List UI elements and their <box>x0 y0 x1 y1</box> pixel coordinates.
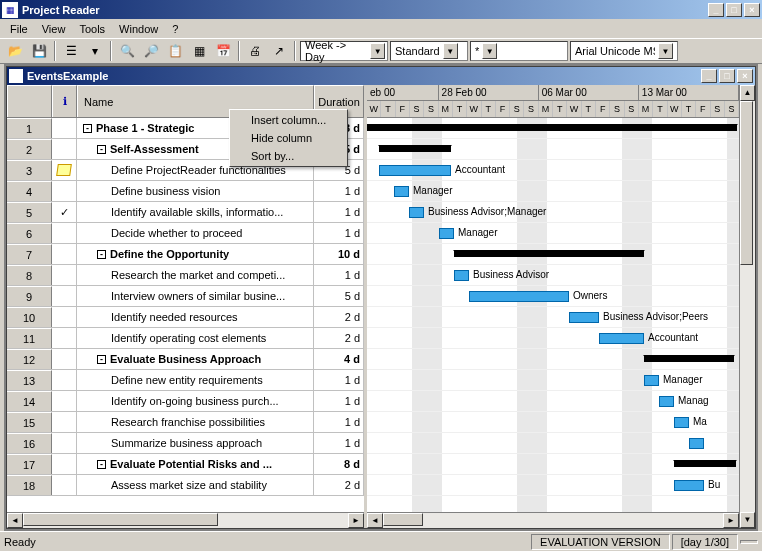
task-bar[interactable] <box>409 207 424 218</box>
row-indicator <box>52 265 77 285</box>
task-name: Define new entity requirements <box>77 370 314 390</box>
copy-icon[interactable]: 📋 <box>164 40 186 62</box>
table-row[interactable]: 14Identify on-going business purch...1 d <box>7 391 364 412</box>
task-bar[interactable] <box>394 186 409 197</box>
summary-bar[interactable] <box>367 124 737 131</box>
week-header: 06 Mar 00 <box>539 85 639 100</box>
table-row[interactable]: 6Decide whether to proceed1 d <box>7 223 364 244</box>
table-row[interactable]: 12-Evaluate Business Approach4 d <box>7 349 364 370</box>
collapse-icon[interactable]: - <box>97 145 106 154</box>
table-hscroll[interactable]: ◄► <box>7 512 364 528</box>
task-duration: 2 d <box>314 307 364 327</box>
view-combo[interactable]: Standard▼ <box>390 41 468 61</box>
minimize-button[interactable]: _ <box>708 3 724 17</box>
day-header: W <box>367 101 381 117</box>
row-number: 7 <box>7 244 52 264</box>
row-number: 8 <box>7 265 52 285</box>
ctx-hide-column[interactable]: Hide column <box>231 129 346 147</box>
col-rownum[interactable] <box>7 85 52 117</box>
task-bar[interactable] <box>569 312 599 323</box>
row-number: 9 <box>7 286 52 306</box>
open-icon[interactable]: 📂 <box>4 40 26 62</box>
bar-label: Manag <box>678 395 709 406</box>
summary-bar[interactable] <box>379 145 451 152</box>
maximize-button[interactable]: □ <box>726 3 742 17</box>
table-row[interactable]: 15Research franchise possibilities1 d <box>7 412 364 433</box>
task-bar[interactable] <box>689 438 704 449</box>
row-number: 15 <box>7 412 52 432</box>
save-icon[interactable]: 💾 <box>28 40 50 62</box>
collapse-icon[interactable]: - <box>97 355 106 364</box>
day-header: S <box>725 101 739 117</box>
task-bar[interactable] <box>674 417 689 428</box>
menu-help[interactable]: ? <box>166 21 184 37</box>
task-duration: 1 d <box>314 181 364 201</box>
filter-combo[interactable]: *▼ <box>470 41 568 61</box>
zoom-in-icon[interactable]: 🔎 <box>140 40 162 62</box>
font-combo[interactable]: Arial Unicode MS▼ <box>570 41 678 61</box>
table-row[interactable]: 18Assess market size and stability2 d <box>7 475 364 496</box>
day-header: T <box>453 101 467 117</box>
menu-window[interactable]: Window <box>113 21 164 37</box>
collapse-icon[interactable]: - <box>97 460 106 469</box>
gantt-vscroll[interactable]: ▲▼ <box>739 85 755 528</box>
ctx-insert-column[interactable]: Insert column... <box>231 111 346 129</box>
day-header: S <box>625 101 639 117</box>
table-row[interactable]: 13Define new entity requirements1 d <box>7 370 364 391</box>
row-number: 12 <box>7 349 52 369</box>
menu-view[interactable]: View <box>36 21 72 37</box>
col-indicator[interactable]: ℹ <box>52 85 77 117</box>
summary-bar[interactable] <box>644 355 734 362</box>
collapse-icon[interactable]: - <box>97 250 106 259</box>
task-name: Identify operating cost elements <box>77 328 314 348</box>
day-header: S <box>711 101 725 117</box>
task-bar[interactable] <box>379 165 451 176</box>
collapse-icon[interactable]: - <box>83 124 92 133</box>
table-row[interactable]: 5✓Identify available skills, informatio.… <box>7 202 364 223</box>
row-indicator <box>52 433 77 453</box>
doc-close-button[interactable]: × <box>737 69 753 83</box>
table-row[interactable]: 4Define business vision1 d <box>7 181 364 202</box>
table-row[interactable]: 9Interview owners of similar busine...5 … <box>7 286 364 307</box>
print-icon[interactable]: 🖨 <box>244 40 266 62</box>
task-bar[interactable] <box>674 480 704 491</box>
ctx-sort-by[interactable]: Sort by... <box>231 147 346 165</box>
task-duration: 5 d <box>314 286 364 306</box>
chevron-down-icon[interactable]: ▾ <box>84 40 106 62</box>
grid-icon[interactable]: ▦ <box>188 40 210 62</box>
table-row[interactable]: 16Summarize business approach1 d <box>7 433 364 454</box>
day-header: M <box>439 101 453 117</box>
task-bar[interactable] <box>469 291 569 302</box>
row-number: 5 <box>7 202 52 222</box>
task-bar[interactable] <box>659 396 674 407</box>
summary-bar[interactable] <box>454 250 644 257</box>
table-row[interactable]: 17-Evaluate Potential Risks and ...8 d <box>7 454 364 475</box>
doc-minimize-button[interactable]: _ <box>701 69 717 83</box>
task-bar[interactable] <box>644 375 659 386</box>
doc-maximize-button[interactable]: □ <box>719 69 735 83</box>
calendar-icon[interactable]: 📅 <box>212 40 234 62</box>
task-bar[interactable] <box>454 270 469 281</box>
zoom-out-icon[interactable]: 🔍 <box>116 40 138 62</box>
task-name: Identify available skills, informatio... <box>77 202 314 222</box>
menu-file[interactable]: File <box>4 21 34 37</box>
export-icon[interactable]: ↗ <box>268 40 290 62</box>
table-row[interactable]: 10Identify needed resources2 d <box>7 307 364 328</box>
menu-tools[interactable]: Tools <box>73 21 111 37</box>
summary-bar[interactable] <box>674 460 736 467</box>
task-bar[interactable] <box>599 333 644 344</box>
close-button[interactable]: × <box>744 3 760 17</box>
table-row[interactable]: 8Research the market and competi...1 d <box>7 265 364 286</box>
day-header: S <box>410 101 424 117</box>
tree-icon[interactable]: ☰ <box>60 40 82 62</box>
gantt-hscroll[interactable]: ◄► <box>367 512 739 528</box>
zoom-combo[interactable]: Week -> Day▼ <box>300 41 388 61</box>
gantt-body[interactable]: AccountantManagerBusiness Advisor;Manage… <box>367 118 739 512</box>
row-indicator <box>52 307 77 327</box>
task-duration: 2 d <box>314 475 364 495</box>
task-bar[interactable] <box>439 228 454 239</box>
bar-label: Business Advisor;Peers <box>603 311 708 322</box>
table-row[interactable]: 7-Define the Opportunity10 d <box>7 244 364 265</box>
table-row[interactable]: 11Identify operating cost elements2 d <box>7 328 364 349</box>
task-name: Identify needed resources <box>77 307 314 327</box>
